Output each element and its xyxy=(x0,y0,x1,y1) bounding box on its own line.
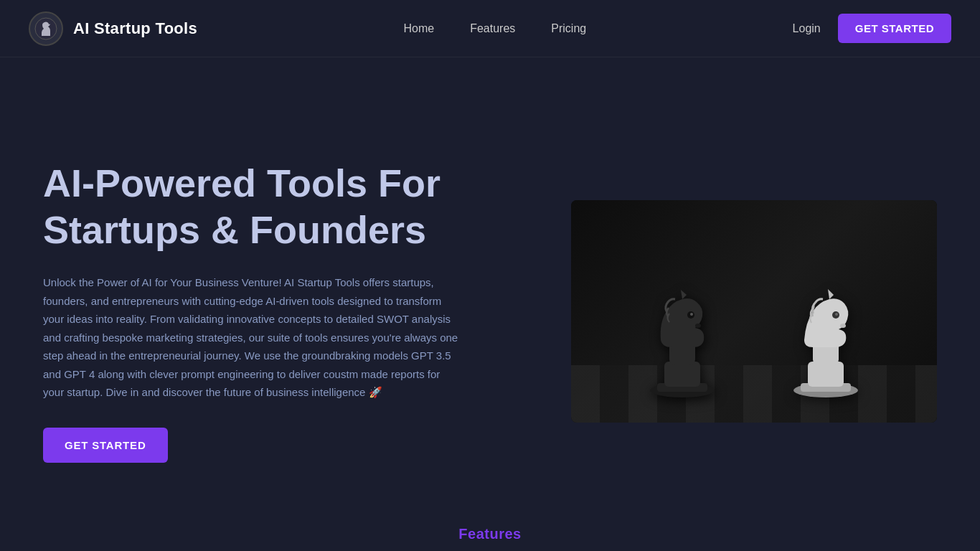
navbar: AI Startup Tools Home Features Pricing L… xyxy=(0,0,980,57)
svg-point-7 xyxy=(695,324,701,328)
hero-image xyxy=(571,200,937,423)
svg-point-6 xyxy=(690,313,693,316)
black-knight-icon xyxy=(639,258,725,401)
navbar-actions: Login GET STARTED xyxy=(793,14,951,43)
hero-section: AI-Powered Tools For Startups & Founders… xyxy=(0,57,980,522)
brand: AI Startup Tools xyxy=(29,11,197,46)
hero-content: AI-Powered Tools For Startups & Founders… xyxy=(43,160,509,462)
svg-point-14 xyxy=(840,324,846,328)
nav-features[interactable]: Features xyxy=(470,22,515,35)
svg-rect-3 xyxy=(664,362,700,387)
hero-title: AI-Powered Tools For Startups & Founders xyxy=(43,160,509,253)
chess-board-floor xyxy=(571,365,937,423)
white-knight-icon xyxy=(783,258,869,401)
features-bottom: Features xyxy=(0,517,980,551)
nav-pricing[interactable]: Pricing xyxy=(551,22,586,35)
nav-home[interactable]: Home xyxy=(403,22,434,35)
chess-scene xyxy=(571,200,937,423)
brand-name: AI Startup Tools xyxy=(73,19,197,38)
login-link[interactable]: Login xyxy=(793,22,821,35)
hero-description: Unlock the Power of AI for Your Business… xyxy=(43,273,459,402)
svg-rect-10 xyxy=(808,362,844,387)
features-label: Features xyxy=(458,526,521,542)
nav-links: Home Features Pricing xyxy=(403,22,586,35)
get-started-nav-button[interactable]: GET STARTED xyxy=(838,14,951,43)
svg-point-13 xyxy=(835,313,838,316)
brand-logo-icon xyxy=(29,11,63,46)
get-started-hero-button[interactable]: GET STARTED xyxy=(43,428,168,463)
